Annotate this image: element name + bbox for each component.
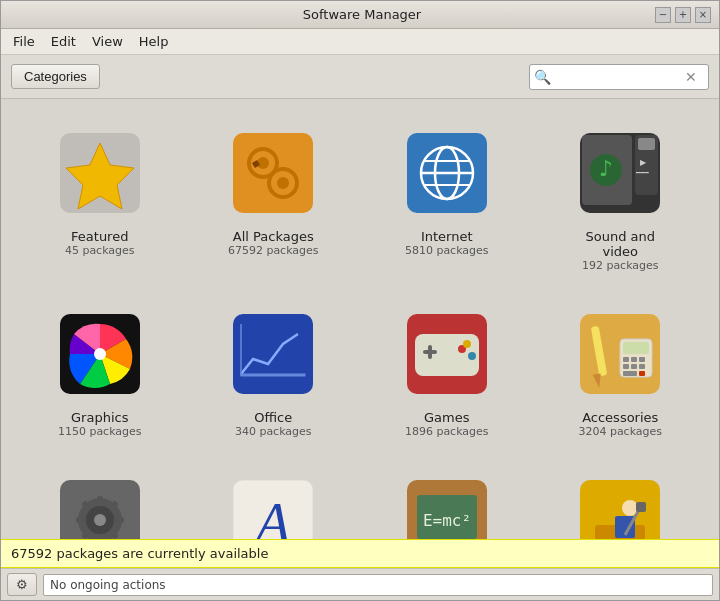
- category-name-internet: Internet: [421, 229, 473, 244]
- category-name-sound: Sound and video: [585, 229, 655, 259]
- window-title: Software Manager: [69, 7, 655, 22]
- category-count-allpkg: 67592 packages: [228, 244, 319, 257]
- category-item-office[interactable]: Office340 packages: [195, 296, 353, 446]
- packages-status-bar: 67592 packages are currently available: [1, 539, 719, 568]
- category-item-sound[interactable]: ▶ ━━━ ♪ Sound and video192 packages: [542, 115, 700, 280]
- category-item-programming[interactable]: Programming4311 packages: [542, 462, 700, 539]
- category-item-fonts[interactable]: A Fonts312 packages: [195, 462, 353, 539]
- category-item-internet[interactable]: Internet5810 packages: [368, 115, 526, 280]
- category-icon-graphics: [50, 304, 150, 404]
- search-clear-icon[interactable]: ✕: [685, 69, 697, 85]
- actions-statusbar: ⚙ No ongoing actions: [1, 568, 719, 600]
- svg-rect-51: [97, 496, 103, 504]
- category-item-allpkg[interactable]: All Packages67592 packages: [195, 115, 353, 280]
- svg-rect-45: [623, 371, 637, 376]
- category-item-games[interactable]: Games1896 packages: [368, 296, 526, 446]
- category-icon-accessories: [570, 304, 670, 404]
- menu-file[interactable]: File: [5, 31, 43, 52]
- search-box: 🔍 ✕: [529, 64, 709, 90]
- categories-grid: Featured45 packages All Packages67592 pa…: [21, 115, 699, 539]
- category-icon-fonts: A: [223, 470, 323, 539]
- svg-rect-53: [76, 517, 84, 523]
- category-icon-systemtools: [50, 470, 150, 539]
- menu-help[interactable]: Help: [131, 31, 177, 52]
- actions-status-text: No ongoing actions: [50, 578, 166, 592]
- gear-button[interactable]: ⚙: [7, 573, 37, 596]
- svg-text:♪: ♪: [599, 156, 613, 181]
- category-icon-science: E=mc²: [397, 470, 497, 539]
- category-count-games: 1896 packages: [405, 425, 489, 438]
- category-count-graphics: 1150 packages: [58, 425, 142, 438]
- category-icon-programming: [570, 470, 670, 539]
- category-count-sound: 192 packages: [582, 259, 659, 272]
- actions-status-field: No ongoing actions: [43, 574, 713, 596]
- svg-point-50: [94, 514, 106, 526]
- svg-rect-46: [639, 371, 645, 376]
- close-button[interactable]: ×: [695, 7, 711, 23]
- svg-rect-24: [233, 314, 313, 394]
- svg-rect-33: [428, 345, 432, 359]
- search-input[interactable]: [555, 69, 685, 84]
- menu-view[interactable]: View: [84, 31, 131, 52]
- category-name-office: Office: [254, 410, 292, 425]
- category-icon-office: [223, 304, 323, 404]
- svg-rect-54: [116, 517, 124, 523]
- svg-rect-44: [639, 364, 645, 369]
- svg-text:E=mc²: E=mc²: [423, 511, 471, 530]
- category-item-graphics[interactable]: Graphics1150 packages: [21, 296, 179, 446]
- categories-grid-container: Featured45 packages All Packages67592 pa…: [1, 99, 719, 539]
- svg-text:━━━: ━━━: [635, 169, 649, 177]
- maximize-button[interactable]: +: [675, 7, 691, 23]
- category-item-featured[interactable]: Featured45 packages: [21, 115, 179, 280]
- category-count-accessories: 3204 packages: [578, 425, 662, 438]
- toolbar: Categories 🔍 ✕: [1, 55, 719, 99]
- category-icon-games: [397, 304, 497, 404]
- main-window: Software Manager − + × File Edit View He…: [0, 0, 720, 601]
- category-name-featured: Featured: [71, 229, 128, 244]
- category-icon-featured: [50, 123, 150, 223]
- svg-rect-17: [638, 138, 655, 150]
- category-icon-allpkg: [223, 123, 323, 223]
- minimize-button[interactable]: −: [655, 7, 671, 23]
- svg-rect-41: [639, 357, 645, 362]
- svg-rect-69: [636, 502, 646, 512]
- category-icon-internet: [397, 123, 497, 223]
- category-count-internet: 5810 packages: [405, 244, 489, 257]
- svg-point-30: [468, 352, 476, 360]
- category-item-science[interactable]: E=mc² Science and Education2302 packages: [368, 462, 526, 539]
- menu-edit[interactable]: Edit: [43, 31, 84, 52]
- svg-rect-38: [623, 342, 649, 354]
- titlebar: Software Manager − + ×: [1, 1, 719, 29]
- svg-rect-39: [623, 357, 629, 362]
- category-name-games: Games: [424, 410, 469, 425]
- category-name-allpkg: All Packages: [233, 229, 314, 244]
- titlebar-controls: − + ×: [655, 7, 711, 23]
- svg-rect-25: [241, 374, 305, 376]
- category-count-office: 340 packages: [235, 425, 312, 438]
- category-name-accessories: Accessories: [582, 410, 658, 425]
- svg-rect-43: [631, 364, 637, 369]
- packages-available-text: 67592 packages are currently available: [11, 546, 268, 561]
- svg-text:A: A: [252, 492, 291, 539]
- menubar: File Edit View Help: [1, 29, 719, 55]
- svg-point-23: [94, 348, 106, 360]
- category-count-featured: 45 packages: [65, 244, 135, 257]
- svg-rect-42: [623, 364, 629, 369]
- category-name-graphics: Graphics: [71, 410, 128, 425]
- svg-point-31: [463, 340, 471, 348]
- svg-text:▶: ▶: [640, 158, 647, 167]
- svg-point-6: [277, 177, 289, 189]
- category-icon-sound: ▶ ━━━ ♪: [570, 123, 670, 223]
- categories-button[interactable]: Categories: [11, 64, 100, 89]
- svg-rect-40: [631, 357, 637, 362]
- category-item-systemtools[interactable]: System tools2046 packages: [21, 462, 179, 539]
- category-item-accessories[interactable]: Accessories3204 packages: [542, 296, 700, 446]
- search-icon: 🔍: [534, 69, 551, 85]
